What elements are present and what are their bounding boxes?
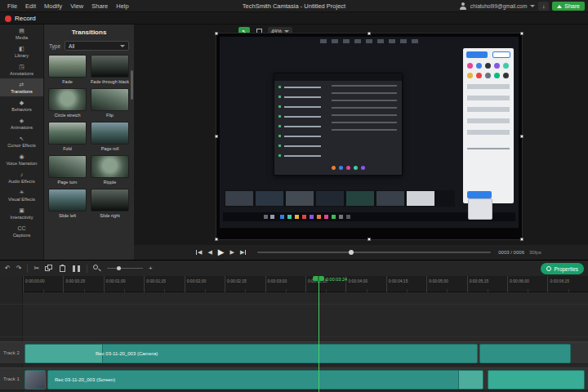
cut-icon[interactable]: ✂ (33, 265, 39, 273)
timeline-ruler[interactable]: 0:00:00;00 0:00:00;15 0:00:01;00 0:00:01… (0, 276, 588, 292)
zoom-slider-handle[interactable] (117, 266, 121, 270)
menu-item[interactable]: Help (112, 2, 132, 10)
sidebar-item[interactable]: ◆ Behaviors (0, 96, 43, 114)
ruler-tick-label: 0:00:02;15 (227, 278, 247, 283)
type-select[interactable]: All (65, 41, 129, 51)
account-email[interactable]: chiatuhol99@gmail.com (470, 3, 527, 9)
sidebar-item[interactable]: ⇄ Transitions (0, 78, 43, 96)
transition-item[interactable]: Slide left (48, 189, 87, 218)
copy-icon[interactable] (45, 265, 53, 273)
ruler-tick: 0:00:01;15 (144, 276, 184, 292)
voice-narration-icon: ◉ (19, 154, 24, 160)
track-lane-2[interactable]: Track 2 Rec 03-11-20_003 (Camera) (0, 341, 588, 364)
playhead-handle[interactable] (313, 276, 324, 281)
menubar-right: chiatuhol99@gmail.com ↓ Share (460, 0, 585, 12)
preview-button (467, 191, 492, 198)
transition-item[interactable]: Ripple (91, 155, 129, 185)
selection-handle[interactable] (215, 238, 218, 241)
record-button[interactable]: Record (5, 12, 36, 24)
selection-handle[interactable] (520, 135, 523, 138)
transition-item[interactable]: Page roll (91, 122, 129, 151)
transition-item[interactable]: Page turn (48, 155, 87, 185)
transition-item[interactable]: Fade (48, 55, 87, 84)
playback-controls: ◀ ◀ ▶ ▶ ▶ (196, 248, 246, 256)
transition-item[interactable]: Circle stretch (48, 88, 87, 118)
preview-taskbar-icons (280, 215, 284, 219)
menu-item[interactable]: Modify (40, 2, 66, 10)
scrubber-handle[interactable] (349, 250, 354, 255)
play-button[interactable]: ▶ (218, 248, 225, 256)
menu-item[interactable]: View (66, 2, 87, 10)
camtasia-app: FileEditModifyViewShareHelp TechSmith Ca… (0, 0, 588, 392)
preview-window-text (332, 85, 397, 136)
ruler-tick-label: 0:00:02;00 (187, 278, 207, 283)
ruler-tick: 0:00:00;00 (23, 276, 63, 292)
sidebar-item[interactable]: ▣ Interactivity (0, 204, 43, 222)
sidebar-item[interactable]: ◉ Voice Narration (0, 150, 43, 168)
clip-screen[interactable]: Rec 03-11-20_003 (Screen) (47, 370, 483, 390)
ruler-tick-label: 0:00:01;15 (146, 278, 166, 283)
transition-label: Page turn (48, 180, 87, 185)
gear-icon (546, 266, 551, 271)
playback-scrubber[interactable] (257, 248, 491, 256)
zoom-in-icon[interactable]: + (149, 265, 153, 273)
clip-screen-segment[interactable] (488, 370, 585, 390)
selection-handle[interactable] (520, 32, 523, 35)
clip-thumbnail[interactable] (24, 370, 46, 390)
transition-item[interactable]: Fold (48, 122, 87, 151)
captions-icon: CC (17, 225, 25, 232)
menu-item[interactable]: File (3, 2, 21, 10)
ruler-tick-label: 0:00:01;00 (106, 278, 126, 283)
share-button[interactable]: Share (552, 2, 585, 11)
track-lane-1[interactable]: Track 1 Rec 03-11-20_003 (Screen) (0, 368, 588, 390)
sidebar-item[interactable]: ◈ Animations (0, 114, 43, 132)
selection-handle[interactable] (368, 238, 371, 241)
sidebar-item[interactable]: CC Captions (0, 222, 43, 240)
sidebar-item[interactable]: ☀ Visual Effects (0, 186, 43, 204)
clip-camera-segment[interactable] (479, 344, 571, 363)
download-icon: ↓ (542, 3, 546, 9)
transition-item[interactable]: Flip (91, 88, 129, 118)
share-icon (557, 5, 562, 8)
selection-handle[interactable] (368, 32, 371, 35)
scrollbar[interactable] (131, 70, 133, 100)
redo-icon[interactable]: ↷ (16, 265, 22, 273)
previous-frame-button[interactable]: ◀ (196, 248, 202, 256)
undo-icon[interactable]: ↶ (5, 265, 11, 273)
transition-item[interactable]: Fade through black (91, 55, 129, 84)
timeline-zoom-slider[interactable] (107, 265, 143, 273)
clip-camera[interactable]: Rec 03-11-20_003 (Camera) (24, 344, 478, 363)
magnifier-icon (93, 265, 101, 273)
lane-divider (0, 336, 588, 337)
ruler-ticks: 0:00:00;00 0:00:00;15 0:00:01;00 0:00:01… (23, 276, 588, 292)
chevron-down-icon[interactable] (530, 5, 535, 7)
menu-item[interactable]: Share (87, 2, 112, 10)
sidebar-item[interactable]: ♪ Audio Effects (0, 168, 43, 186)
transition-label: Flip (91, 113, 129, 118)
transition-item[interactable]: Slide right (91, 189, 129, 218)
ruler-tick-label: 0:00:05;15 (470, 278, 489, 283)
sidebar-item[interactable]: ◧ Library (0, 42, 43, 60)
selection-handle[interactable] (215, 135, 218, 138)
download-button[interactable]: ↓ (538, 2, 549, 11)
ruler-tick: 0:00:04;00 (345, 276, 385, 292)
selection-handle[interactable] (215, 32, 218, 35)
paste-icon[interactable] (59, 265, 67, 273)
properties-button[interactable]: Properties (541, 263, 584, 274)
transition-thumbnail (91, 88, 129, 111)
next-frame-button[interactable]: ▶ (240, 248, 246, 256)
step-back-button[interactable]: ◀ (207, 248, 212, 256)
step-forward-icon: ▶ (229, 248, 234, 256)
step-forward-button[interactable]: ▶ (229, 248, 234, 256)
transition-thumbnail (91, 55, 129, 78)
video-preview[interactable] (216, 33, 523, 240)
sidebar-item[interactable]: ↖ Cursor Effects (0, 132, 43, 150)
play-icon: ▶ (218, 248, 225, 256)
transitions-panel: Transitions Type All Fade Fade through b… (44, 24, 134, 260)
split-icon[interactable] (73, 265, 81, 273)
library-icon: ◧ (19, 46, 24, 52)
sidebar-item[interactable]: ◳ Annotations (0, 60, 43, 78)
sidebar-item[interactable]: ▤ Media (0, 24, 43, 42)
menu-item[interactable]: Edit (21, 2, 40, 10)
selection-handle[interactable] (520, 238, 523, 241)
